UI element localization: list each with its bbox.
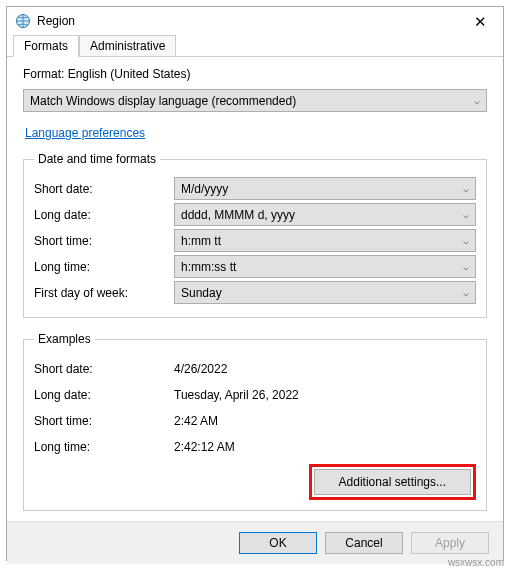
first-day-dropdown[interactable]: Sunday ⌵ <box>174 281 476 304</box>
date-time-formats-group: Date and time formats Short date: M/d/yy… <box>23 152 487 318</box>
ex-short-date-label: Short date: <box>34 362 174 376</box>
region-dialog: Region ✕ Formats Administrative Format: … <box>6 6 504 561</box>
additional-settings-button[interactable]: Additional settings... <box>314 469 471 495</box>
format-dropdown[interactable]: Match Windows display language (recommen… <box>23 89 487 112</box>
window-title: Region <box>37 14 459 28</box>
short-time-dropdown[interactable]: h:mm tt ⌵ <box>174 229 476 252</box>
long-time-dropdown[interactable]: h:mm:ss tt ⌵ <box>174 255 476 278</box>
short-date-value: M/d/yyyy <box>181 182 228 196</box>
ex-long-date-label: Long date: <box>34 388 174 402</box>
long-date-value: dddd, MMMM d, yyyy <box>181 208 295 222</box>
long-date-dropdown[interactable]: dddd, MMMM d, yyyy ⌵ <box>174 203 476 226</box>
format-dropdown-value: Match Windows display language (recommen… <box>30 94 296 108</box>
short-time-label: Short time: <box>34 234 174 248</box>
globe-icon <box>15 13 31 29</box>
titlebar: Region ✕ <box>7 7 503 33</box>
additional-settings-highlight: Additional settings... <box>309 464 476 500</box>
long-date-label: Long date: <box>34 208 174 222</box>
chevron-down-icon: ⌵ <box>474 95 480 106</box>
cancel-button[interactable]: Cancel <box>325 532 403 554</box>
format-label: Format: English (United States) <box>23 67 487 81</box>
apply-button[interactable]: Apply <box>411 532 489 554</box>
ok-button[interactable]: OK <box>239 532 317 554</box>
short-date-dropdown[interactable]: M/d/yyyy ⌵ <box>174 177 476 200</box>
dialog-button-bar: OK Cancel Apply <box>7 521 503 564</box>
ex-long-date-value: Tuesday, April 26, 2022 <box>174 388 476 402</box>
ex-long-time-value: 2:42:12 AM <box>174 440 476 454</box>
short-time-value: h:mm tt <box>181 234 221 248</box>
chevron-down-icon: ⌵ <box>463 287 469 298</box>
ex-short-time-label: Short time: <box>34 414 174 428</box>
close-button[interactable]: ✕ <box>465 14 495 29</box>
ex-short-date-value: 4/26/2022 <box>174 362 476 376</box>
watermark: wsxwsx.com <box>448 557 504 568</box>
formats-panel: Format: English (United States) Match Wi… <box>7 57 503 521</box>
short-date-label: Short date: <box>34 182 174 196</box>
chevron-down-icon: ⌵ <box>463 183 469 194</box>
tab-administrative[interactable]: Administrative <box>79 35 176 56</box>
tab-strip: Formats Administrative <box>7 33 503 57</box>
ex-short-time-value: 2:42 AM <box>174 414 476 428</box>
chevron-down-icon: ⌵ <box>463 261 469 272</box>
chevron-down-icon: ⌵ <box>463 235 469 246</box>
language-preferences-link[interactable]: Language preferences <box>25 126 145 140</box>
ex-long-time-label: Long time: <box>34 440 174 454</box>
long-time-value: h:mm:ss tt <box>181 260 236 274</box>
chevron-down-icon: ⌵ <box>463 209 469 220</box>
date-time-formats-legend: Date and time formats <box>34 152 160 166</box>
first-day-value: Sunday <box>181 286 222 300</box>
tab-formats[interactable]: Formats <box>13 35 79 57</box>
examples-group: Examples Short date: 4/26/2022 Long date… <box>23 332 487 511</box>
examples-legend: Examples <box>34 332 95 346</box>
long-time-label: Long time: <box>34 260 174 274</box>
first-day-label: First day of week: <box>34 286 174 300</box>
